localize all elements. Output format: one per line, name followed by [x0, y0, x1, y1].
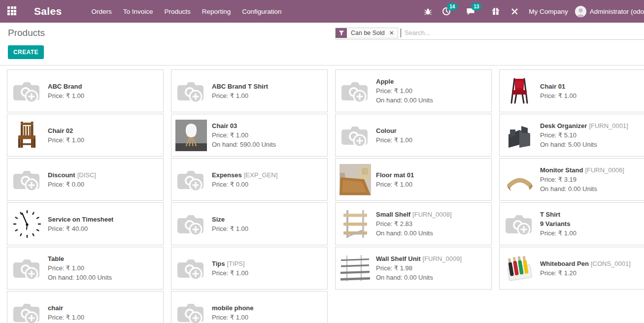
product-name[interactable]: mobile phone [212, 304, 254, 312]
product-price: Price: ₹ 3.19 [540, 175, 624, 184]
product-name[interactable]: Chair 03 [212, 122, 237, 129]
nav-menu-item-orders[interactable]: Orders [90, 6, 112, 17]
text-cursor [401, 29, 401, 37]
product-price: Price: ₹ 1.00 [540, 91, 576, 100]
top-navbar: Sales OrdersTo InvoiceProductsReportingC… [0, 0, 644, 23]
product-price: Price: ₹ 1.98 [376, 263, 462, 273]
product-price: Price: ₹ 1.00 [212, 268, 248, 278]
product-card[interactable]: Discount[DISC] Price: ₹ 0.00 [7, 158, 164, 201]
product-image [11, 120, 43, 151]
product-card[interactable]: Tips[TIPS] Price: ₹ 1.00 [171, 247, 328, 290]
product-card[interactable]: Apple Price: ₹ 1.00 On hand: 0.00 Units [335, 69, 492, 112]
product-card[interactable]: Table Price: ₹ 1.00 On hand: 100.00 Unit… [7, 247, 164, 290]
product-name[interactable]: Service on Timesheet [48, 216, 113, 223]
product-card[interactable]: ABC Brand T Shirt Price: ₹ 1.00 [171, 69, 328, 112]
debug-bug-icon[interactable] [423, 6, 433, 16]
product-price: Price: ₹ 5.10 [540, 130, 628, 140]
product-variants: 9 Variants [540, 219, 576, 228]
product-code: [CONS_0001] [591, 260, 631, 267]
product-image-placeholder-camera-icon [339, 120, 371, 151]
search-input[interactable] [404, 29, 644, 37]
product-card[interactable]: Wall Shelf Unit[FURN_0009] Price: ₹ 1.98… [335, 247, 492, 290]
product-onhand: On hand: 5.00 Units [540, 140, 628, 149]
user-menu[interactable]: Administrator (odo [575, 6, 644, 17]
product-name[interactable]: Chair 01 [540, 83, 565, 90]
product-card[interactable]: Colour Price: ₹ 1.00 [335, 114, 492, 157]
product-price: Price: ₹ 1.00 [540, 228, 576, 238]
product-price: Price: ₹ 1.00 [48, 135, 84, 145]
product-code: [TIPS] [227, 260, 245, 267]
product-card[interactable]: Size Price: ₹ 1.00 [171, 202, 328, 245]
product-price: Price: ₹ 1.00 [212, 130, 276, 140]
gift-icon[interactable] [491, 6, 501, 16]
app-name[interactable]: Sales [34, 5, 62, 17]
create-button[interactable]: CREATE [8, 45, 44, 59]
product-code: [FURN_0006] [585, 166, 624, 174]
company-switcher[interactable]: My Company [529, 8, 568, 15]
product-name[interactable]: Monitor Stand [540, 166, 583, 174]
product-name[interactable]: T Shirt [540, 211, 560, 218]
product-onhand: On hand: 0.00 Units [376, 228, 452, 238]
product-card[interactable]: Whiteboard Pen[CONS_0001] Price: ₹ 1.20 [499, 247, 644, 290]
product-onhand: On hand: 0.00 Units [376, 273, 462, 282]
product-name[interactable]: Wall Shelf Unit [376, 255, 421, 262]
product-name[interactable]: Chair 02 [48, 127, 73, 134]
product-card[interactable]: mobile phone Price: ₹ 1.00 [171, 291, 328, 323]
product-name[interactable]: Apple [376, 78, 394, 85]
product-name[interactable]: Floor mat 01 [376, 171, 414, 179]
product-card[interactable]: Small Shelf[FURN_0008] Price: ₹ 2.83 On … [335, 202, 492, 245]
product-price: Price: ₹ 1.00 [376, 86, 433, 96]
product-card[interactable]: Desk Organizer[FURN_0001] Price: ₹ 5.10 … [499, 114, 644, 157]
product-card[interactable]: T Shirt 9 Variants Price: ₹ 1.00 [499, 202, 644, 245]
product-card[interactable]: Chair 02 Price: ₹ 1.00 [7, 114, 164, 157]
product-image [504, 120, 535, 151]
user-avatar [575, 6, 586, 17]
product-card[interactable]: Monitor Stand[FURN_0006] Price: ₹ 3.19 O… [499, 158, 644, 201]
product-price: Price: ₹ 0.00 [212, 180, 277, 189]
product-card[interactable]: ABC Brand Price: ₹ 1.00 [7, 69, 164, 112]
product-card[interactable]: Chair 01 Price: ₹ 1.00 [499, 69, 644, 112]
product-code: [DISC] [77, 171, 96, 179]
nav-menu-item-configuration[interactable]: Configuration [241, 6, 282, 17]
product-name[interactable]: Colour [376, 127, 397, 134]
product-image [339, 253, 371, 284]
nav-menu-item-reporting[interactable]: Reporting [201, 6, 232, 17]
product-image-placeholder-camera-icon [175, 297, 207, 323]
apps-menu-icon[interactable] [7, 6, 17, 16]
product-onhand: On hand: 0.00 Units [376, 96, 433, 105]
messages-icon[interactable]: 13 [466, 6, 475, 16]
user-name: Administrator (odo [590, 8, 644, 15]
product-card[interactable]: Chair 03 Price: ₹ 1.00 On hand: 590.00 U… [171, 114, 328, 157]
product-name[interactable]: Expenses [212, 171, 242, 179]
product-name[interactable]: ABC Brand [48, 83, 82, 90]
product-card[interactable]: Floor mat 01 Price: ₹ 1.00 [335, 158, 492, 201]
product-image [339, 208, 371, 240]
navbar-right: 14 13 My Company Administrator (odo [418, 6, 644, 17]
product-name[interactable]: Table [48, 255, 64, 262]
product-image [504, 164, 535, 195]
nav-menu-item-products[interactable]: Products [163, 6, 191, 17]
product-name[interactable]: Small Shelf [376, 211, 410, 218]
product-image [339, 164, 371, 195]
product-card[interactable]: Service on Timesheet Price: ₹ 40.00 [7, 202, 164, 245]
product-price: Price: ₹ 1.00 [48, 263, 112, 273]
product-code: [EXP_GEN] [244, 171, 278, 179]
product-card[interactable]: chair Price: ₹ 1.00 [7, 291, 164, 323]
tools-icon[interactable] [509, 6, 519, 16]
product-name[interactable]: chair [48, 304, 63, 312]
nav-menu-item-to-invoice[interactable]: To Invoice [122, 6, 154, 17]
product-price: Price: ₹ 1.00 [376, 180, 414, 189]
product-price: Price: ₹ 1.20 [540, 268, 631, 278]
product-name[interactable]: Desk Organizer [540, 122, 587, 129]
product-name[interactable]: Size [212, 216, 225, 223]
product-price: Price: ₹ 2.83 [376, 219, 452, 228]
product-name[interactable]: Discount [48, 171, 75, 179]
product-onhand: On hand: 100.00 Units [48, 273, 112, 282]
product-name[interactable]: Tips [212, 260, 225, 267]
facet-remove-icon[interactable]: ✕ [389, 28, 398, 38]
product-card[interactable]: Expenses[EXP_GEN] Price: ₹ 0.00 [171, 158, 328, 201]
activities-clock-icon[interactable]: 14 [441, 6, 451, 16]
product-name[interactable]: Whiteboard Pen [540, 260, 589, 267]
product-name[interactable]: ABC Brand T Shirt [212, 83, 268, 90]
control-panel: Products CREATE Can be Sold ✕ Filters [0, 23, 644, 65]
